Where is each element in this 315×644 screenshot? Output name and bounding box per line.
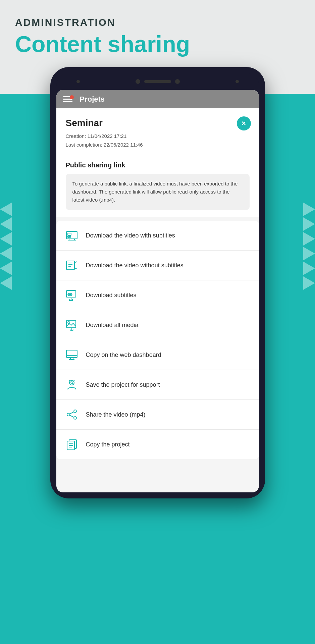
decorative-triangles-right [303,201,315,291]
info-box: To generate a public link, a finalized v… [66,174,250,210]
notch-dot-right [235,80,239,83]
svg-text:CC: CC [67,235,71,238]
svg-rect-17 [66,320,76,328]
action-save-project-support[interactable]: Save the project for support [56,370,259,400]
action-copy-web-dashboard[interactable]: Copy on the web dashboard [56,340,259,370]
action-download-subtitles-label: Download subtitles [86,292,137,299]
notification-dot [70,95,74,99]
close-button[interactable]: × [237,116,251,130]
support-icon [64,377,79,392]
action-download-with-subtitles-label: Download the video with subtitles [86,232,175,239]
admin-label: ADMINISTRATION [15,17,300,28]
action-copy-project[interactable]: Copy the project [56,430,259,459]
svg-line-33 [70,415,74,417]
action-download-all-media-label: Download all media [86,322,139,329]
svg-point-18 [68,322,70,324]
phone-notch [56,73,259,90]
action-copy-project-label: Copy the project [86,441,130,448]
svg-point-29 [74,410,76,413]
svg-point-30 [67,413,70,416]
svg-line-11 [74,262,77,263]
creation-date: Creation: 11/04/2022 17:21 Last completi… [66,132,250,149]
share-icon [64,407,79,422]
notch-speaker [144,80,171,83]
svg-point-26 [71,382,73,384]
screen-topbar: Projets [56,90,259,108]
notch-camera-right [175,79,180,84]
svg-rect-1 [68,233,71,235]
video-cc-icon: CC [64,228,79,243]
svg-text:CC: CC [68,293,72,296]
action-download-subtitles[interactable]: CC Download subtitles [56,280,259,310]
divider [66,155,250,155]
notch-dot-left [76,80,80,83]
svg-point-31 [74,417,76,419]
modal-title: Seminar [66,118,250,128]
image-download-icon [64,318,79,332]
close-icon: × [242,120,246,127]
action-share-video-label: Share the video (mp4) [86,411,146,418]
decorative-triangles-left [0,201,12,291]
phone-screen: Projets Seminar × Creation: 11/04/2022 1… [56,90,259,492]
cc-download-icon: CC [64,288,79,303]
action-share-video[interactable]: Share the video (mp4) [56,400,259,430]
action-list: CC Download the video with subtitles [56,221,259,459]
svg-rect-20 [66,350,77,358]
modal-card: Seminar × Creation: 11/04/2022 17:21 Las… [56,108,259,217]
video-icon [64,258,79,273]
monitor-icon [64,347,79,362]
page-title: Content sharing [15,32,300,57]
action-download-all-media[interactable]: Download all media [56,310,259,340]
svg-line-32 [70,412,74,414]
svg-rect-6 [66,261,74,270]
action-download-without-subtitles-label: Download the video without subtitles [86,262,183,269]
public-sharing-title: Public sharing link [66,161,250,169]
action-save-project-support-label: Save the project for support [86,381,160,388]
copy-icon [64,437,79,452]
action-download-without-subtitles[interactable]: Download the video without subtitles [56,251,259,280]
topbar-title: Projets [80,95,105,104]
menu-icon[interactable] [63,96,72,102]
action-download-with-subtitles[interactable]: CC Download the video with subtitles [56,221,259,251]
svg-line-12 [74,268,77,269]
phone-device: Projets Seminar × Creation: 11/04/2022 1… [50,67,265,498]
action-copy-web-dashboard-label: Copy on the web dashboard [86,352,161,359]
notch-camera [136,79,140,84]
